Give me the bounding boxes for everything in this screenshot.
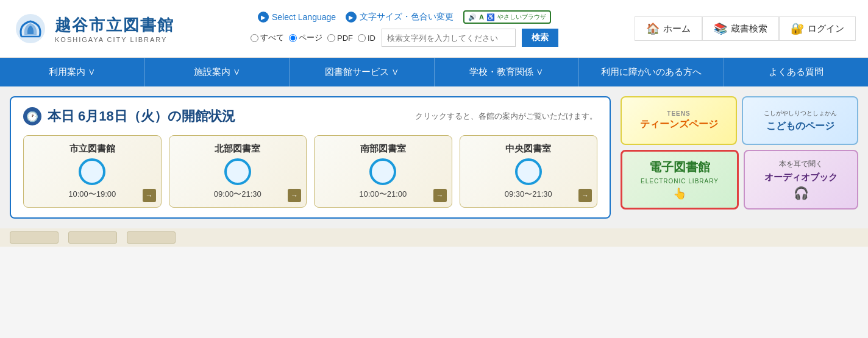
library-name-latin: KOSHIGAYA CITY LIBRARY [55,36,174,43]
library-hours-north: 09:00〜21:30 [214,189,261,200]
library-card-main[interactable]: 市立図書館 10:00〜19:00 → [23,135,162,208]
open-indicator-main [79,158,105,185]
status-subtitle: クリックすると、各館の案内がご覧いただけます。 [415,111,597,122]
library-name-central: 中央図書室 [505,143,551,155]
search-input[interactable] [382,29,516,47]
status-header: 🕐 本日 6月18日（火）の開館状況 クリックすると、各館の案内がご覧いただけま… [23,107,597,125]
radio-id[interactable]: ID [358,33,375,43]
header: 越谷市立図書館 KOSHIGAYA CITY LIBRARY ▶ Select … [0,0,868,58]
arrow-icon-central: → [578,189,592,202]
logo-area: 越谷市立図書館 KOSHIGAYA CITY LIBRARY [12,12,174,46]
kids-main-text: こどものページ [766,120,834,133]
library-card-south[interactable]: 南部図書室 10:00〜21:00 → [314,135,452,208]
teens-main-text: ティーンズページ [640,118,718,131]
nav-item-faq[interactable]: よくある質問 [724,58,869,86]
bottom-box-1 [10,231,59,244]
nav-item-accessibility[interactable]: 利用に障がいのある方へ [579,58,724,86]
audio-headphone-icon: 🎧 [794,186,809,200]
nav-item-shisetsuannai[interactable]: 施設案内 ∨ [145,58,290,86]
login-label: ログイン [808,23,844,35]
audio-main-text: オーディオブック [764,172,838,183]
electronic-pointer-icon: 👆 [673,187,686,200]
catalog-label: 蔵書検索 [731,23,767,35]
catalog-button[interactable]: 📚 蔵書検索 [702,16,779,41]
top-links: ▶ Select Language ▶ 文字サイズ・色合い変更 🔊 A ♿ やさ… [258,10,551,24]
kids-banner[interactable]: こしがやしりつとしょかん こどものページ [742,96,858,145]
home-button[interactable]: 🏠 ホーム [635,16,702,41]
open-indicator-north [224,158,251,185]
status-title: 🕐 本日 6月18日（火）の開館状況 [23,107,235,125]
audio-label-text: 本を耳で聞く [779,159,823,169]
open-indicator-central [515,158,542,185]
radio-all[interactable]: すべて [251,32,284,43]
home-label: ホーム [663,23,691,35]
nav-item-riyoannai[interactable]: 利用案内 ∨ [0,58,145,86]
library-card-north[interactable]: 北部図書室 09:00〜21:30 → [169,135,307,208]
bottom-strip [0,228,868,247]
teens-banner[interactable]: TEENS ティーンズページ [621,96,737,145]
search-radio-group: すべて ページ PDF ID [251,32,375,43]
arrow-icon-south: → [433,189,447,202]
library-name-north: 北部図書室 [215,143,260,155]
accessible-a-icon: A [479,13,484,21]
main-area: 🕐 本日 6月18日（火）の開館状況 クリックすると、各館の案内がご覧いただけま… [0,86,868,247]
audiobook-banner[interactable]: 本を耳で聞く オーディオブック 🎧 [744,150,858,209]
bottom-box-3 [127,231,176,244]
catalog-icon: 📚 [714,22,727,35]
library-logo-icon [12,12,49,46]
main-content: 🕐 本日 6月18日（火）の開館状況 クリックすると、各館の案内がご覧いただけま… [0,86,868,228]
status-title-text: 本日 6月18日（火）の開館状況 [48,107,235,125]
library-hours-south: 10:00〜21:00 [359,189,407,200]
header-nav-buttons: 🏠 ホーム 📚 蔵書検索 🔐 ログイン [635,16,856,41]
nav-item-service[interactable]: 図書館サービス ∨ [290,58,435,86]
clock-icon: 🕐 [23,107,41,125]
font-color-arrow-icon: ▶ [346,12,357,23]
radio-pdf[interactable]: PDF [327,33,353,43]
library-cards: 市立図書館 10:00〜19:00 → 北部図書室 09:00〜21:30 → … [23,135,597,208]
radio-page[interactable]: ページ [289,32,322,43]
select-language-label: Select Language [272,12,336,22]
search-button[interactable]: 検索 [522,29,558,47]
home-icon: 🏠 [646,22,660,35]
login-button[interactable]: 🔐 ログイン [779,16,856,41]
open-indicator-south [369,158,396,185]
electronic-library-banner[interactable]: 電子図書館 ELECTRONIC LIBRARY 👆 [621,150,739,209]
select-language-link[interactable]: ▶ Select Language [258,12,336,23]
main-navbar: 利用案内 ∨ 施設案内 ∨ 図書館サービス ∨ 学校・教育関係 ∨ 利用に障がい… [0,58,868,86]
banner-row-bottom: 電子図書館 ELECTRONIC LIBRARY 👆 本を耳で聞く オーディオブ… [621,150,858,209]
electronic-main-text: 電子図書館 [649,159,710,175]
library-card-central[interactable]: 中央図書室 09:30〜21:30 → [460,135,598,208]
side-banners: TEENS ティーンズページ こしがやしりつとしょかん こどものページ 電子図書… [621,96,858,219]
search-row: すべて ページ PDF ID 検索 [251,29,558,47]
font-color-label: 文字サイズ・色合い変更 [360,12,454,23]
header-center: ▶ Select Language ▶ 文字サイズ・色合い変更 🔊 A ♿ やさ… [187,10,622,47]
library-name-south: 南部図書室 [360,143,406,155]
accessible-sound-icon: 🔊 [468,13,477,21]
accessible-label: やさしいブラウザ [497,13,546,21]
kids-line1: こしがやしりつとしょかん [764,109,837,118]
font-color-link[interactable]: ▶ 文字サイズ・色合い変更 [346,12,454,23]
arrow-icon-north: → [288,189,301,202]
language-arrow-icon: ▶ [258,12,269,23]
arrow-icon-main: → [143,189,156,202]
electronic-sub-text: ELECTRONIC LIBRARY [641,178,719,185]
library-name-main: 市立図書館 [69,143,115,155]
login-icon: 🔐 [791,22,804,35]
library-hours-central: 09:30〜21:30 [505,189,552,200]
accessible-icon: ♿ [486,13,495,21]
bottom-box-2 [68,231,117,244]
library-name: 越谷市立図書館 [55,15,174,36]
teens-label: TEENS [667,110,690,117]
status-panel: 🕐 本日 6月18日（火）の開館状況 クリックすると、各館の案内がご覧いただけま… [10,96,611,219]
logo-text: 越谷市立図書館 KOSHIGAYA CITY LIBRARY [55,15,174,43]
nav-item-school[interactable]: 学校・教育関係 ∨ [435,58,580,86]
banner-row-top: TEENS ティーンズページ こしがやしりつとしょかん こどものページ [621,96,858,145]
library-hours-main: 10:00〜19:00 [68,189,116,200]
accessible-badge[interactable]: 🔊 A ♿ やさしいブラウザ [463,10,551,24]
